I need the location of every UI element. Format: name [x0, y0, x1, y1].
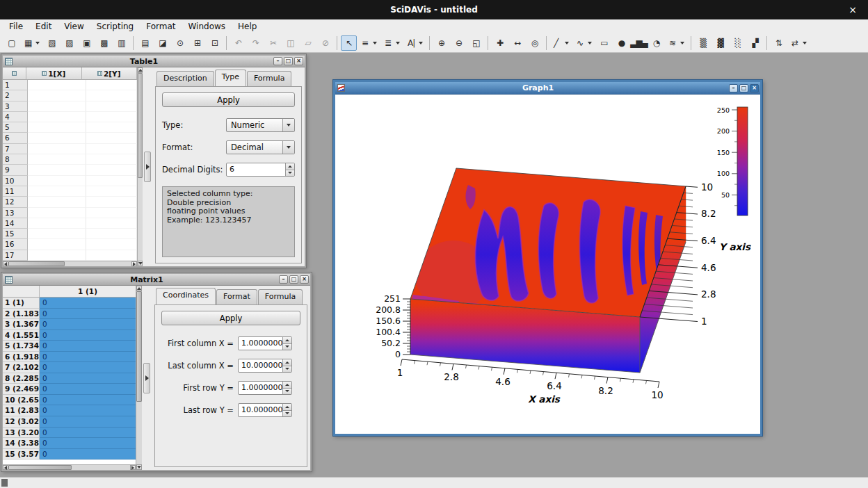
plot-pie-icon[interactable]: ◔	[648, 35, 664, 51]
resize-grip[interactable]	[1, 479, 8, 487]
matrix-cell[interactable]: 0	[40, 395, 136, 406]
new-aspect-icon[interactable]: ▦	[21, 35, 42, 51]
coordinate-spinner[interactable]: 1.00000000	[238, 381, 292, 395]
matrix-row-header[interactable]: 9 (2.46939)	[3, 384, 40, 395]
decimal-digits-spinner[interactable]: 6	[226, 163, 295, 177]
add-table-icon[interactable]: ⊞	[189, 35, 205, 51]
project-explorer-icon[interactable]: ⊙	[172, 35, 188, 51]
row-header[interactable]: 15	[3, 229, 28, 239]
scrollbar-thumb[interactable]	[8, 465, 72, 470]
collapse-arrow-icon[interactable]	[143, 363, 150, 393]
table-cell[interactable]	[86, 250, 137, 261]
matrix-cell[interactable]: 0	[40, 352, 136, 363]
coordinate-spinner[interactable]: 10.0000000	[238, 359, 292, 373]
table-cell[interactable]	[28, 154, 86, 165]
column-header[interactable]: 1[X]	[26, 67, 81, 80]
row-header[interactable]: 17	[3, 250, 28, 261]
panel-tab[interactable]: Description	[156, 71, 214, 88]
open-project-icon[interactable]: ▧	[44, 35, 60, 51]
pointer-tool-icon[interactable]: ↖	[341, 35, 357, 51]
table-cell[interactable]	[86, 186, 137, 197]
matrix-cell[interactable]: 0	[40, 428, 136, 439]
table-cell[interactable]	[28, 208, 86, 218]
grayscale-plot-icon[interactable]: ░	[730, 35, 746, 51]
spin-down-icon[interactable]	[283, 389, 291, 395]
close-button[interactable]: ×	[294, 57, 303, 65]
table-cell[interactable]	[28, 133, 86, 143]
close-button[interactable]: ×	[750, 84, 759, 92]
table-cell[interactable]	[28, 218, 86, 229]
scroll-up-icon[interactable]	[138, 67, 143, 73]
close-icon[interactable]: ×	[843, 0, 862, 19]
matrix-row-header[interactable]: 1 (1)	[3, 298, 40, 309]
scroll-right-icon[interactable]	[130, 465, 136, 470]
menu-item[interactable]: Windows	[182, 20, 232, 33]
table-cell[interactable]	[28, 80, 86, 90]
row-header[interactable]: 1	[3, 80, 28, 90]
contour-plot-icon[interactable]: ▒	[695, 35, 711, 51]
spin-up-icon[interactable]	[283, 404, 291, 411]
scroll-left-icon[interactable]	[3, 261, 8, 266]
table-cell[interactable]	[86, 154, 137, 165]
decimal-digits-value[interactable]: 6	[227, 163, 285, 176]
table-cell[interactable]	[28, 239, 86, 250]
row-header[interactable]: 14	[3, 218, 28, 229]
maximize-button[interactable]: □	[739, 84, 748, 92]
panel-tab[interactable]: Format	[216, 289, 257, 306]
add-curve-dropdown-icon[interactable]: ∿	[573, 35, 595, 51]
table-cell[interactable]	[86, 133, 137, 143]
row-header[interactable]: 3	[3, 101, 28, 112]
coordinate-spinner[interactable]: 1.00000000	[238, 336, 292, 350]
paste-icon[interactable]: ▱	[300, 35, 316, 51]
menu-item[interactable]: File	[3, 20, 29, 33]
minimize-button[interactable]: –	[273, 57, 282, 65]
row-header[interactable]: 16	[3, 239, 28, 250]
table-cell[interactable]	[28, 122, 86, 133]
scroll-down-icon[interactable]	[136, 464, 142, 470]
vertical-scrollbar[interactable]	[136, 286, 142, 470]
zoom-tools-dropdown-icon[interactable]: ≡	[358, 35, 380, 51]
row-header[interactable]: 4	[3, 112, 28, 122]
matrix-row-header[interactable]: 15 (3.57143)	[3, 449, 40, 460]
chevron-down-icon[interactable]	[282, 119, 294, 131]
type-select[interactable]: Numeric	[226, 118, 295, 132]
table-cell[interactable]	[86, 144, 137, 154]
text-tool-dropdown-icon[interactable]: A|	[404, 35, 426, 51]
matrix-row-header[interactable]: 2 (1.18367)	[3, 309, 40, 320]
matrix-cell[interactable]: 0	[40, 330, 136, 341]
panel-splitter[interactable]	[142, 286, 152, 470]
zoom-in-icon[interactable]: ⊕	[433, 35, 449, 51]
select-range-icon[interactable]: ↔	[509, 35, 525, 51]
panel-tab[interactable]: Formula	[247, 71, 291, 88]
matrix-cell[interactable]: 0	[40, 319, 136, 330]
zoom-out-icon[interactable]: ⊖	[451, 35, 467, 51]
matrix-row-header[interactable]: 6 (1.91837)	[3, 352, 40, 363]
scroll-up-icon[interactable]	[136, 286, 142, 291]
matrix-row-header[interactable]: 7 (2.10204)	[3, 362, 40, 373]
matrix-cell[interactable]: 0	[40, 373, 136, 384]
menu-item[interactable]: Edit	[29, 20, 58, 33]
table-cell[interactable]	[86, 218, 137, 229]
table-cell[interactable]	[86, 90, 137, 101]
table-cell[interactable]	[28, 165, 86, 175]
table-options-icon[interactable]: ⇅	[771, 35, 787, 51]
spin-down-icon[interactable]	[283, 344, 291, 350]
screen-reader-icon[interactable]: ◎	[527, 35, 542, 51]
matrix-cell[interactable]: 0	[40, 298, 136, 309]
plot-3d-bars-icon[interactable]: ▞	[747, 35, 763, 51]
new-project-icon[interactable]: ▢	[3, 35, 19, 51]
scroll-right-icon[interactable]	[131, 261, 137, 266]
table-corner-header[interactable]	[3, 67, 26, 80]
color-map-plot-icon[interactable]: ▓	[712, 35, 728, 51]
lock-project-icon[interactable]: ⊡	[207, 35, 223, 51]
fit-window-icon[interactable]: ◱	[468, 35, 484, 51]
scrollbar-track[interactable]	[138, 73, 143, 261]
table-cell[interactable]	[86, 112, 137, 122]
delete-icon[interactable]: ⊘	[317, 35, 333, 51]
matrix-row-header[interactable]: 5 (1.73469)	[3, 341, 40, 352]
row-header[interactable]: 5	[3, 122, 28, 133]
panel-tab[interactable]: Formula	[258, 289, 303, 306]
table-cell[interactable]	[86, 122, 137, 133]
plot-line-styles-dropdown-icon[interactable]: ≋	[666, 35, 687, 51]
table-cell[interactable]	[86, 229, 137, 239]
